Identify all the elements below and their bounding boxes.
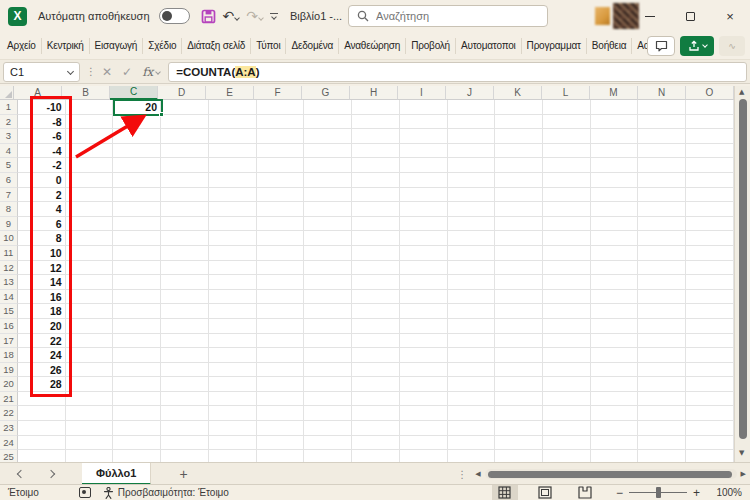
cell-L5[interactable] — [543, 158, 591, 173]
cell-K16[interactable] — [495, 319, 543, 334]
enter-icon[interactable]: ✓ — [122, 65, 132, 79]
cell-H19[interactable] — [352, 363, 400, 378]
cell-D6[interactable] — [161, 173, 209, 188]
cell-I19[interactable] — [400, 363, 448, 378]
row-header-21[interactable]: 21 — [0, 392, 18, 407]
save-icon[interactable] — [201, 9, 216, 24]
cell-J18[interactable] — [448, 348, 496, 363]
cell-H13[interactable] — [352, 275, 400, 290]
cell-N17[interactable] — [638, 334, 686, 349]
cell-N4[interactable] — [638, 144, 686, 159]
cell-E14[interactable] — [209, 290, 257, 305]
cell-H11[interactable] — [352, 246, 400, 261]
ribbon-options-button[interactable]: ∿ — [719, 36, 745, 56]
next-sheet-button[interactable] — [42, 471, 60, 477]
cell-N2[interactable] — [638, 115, 686, 130]
cell-E4[interactable] — [209, 144, 257, 159]
cell-K2[interactable] — [495, 115, 543, 130]
cell-A24[interactable] — [18, 436, 66, 451]
cell-I15[interactable] — [400, 304, 448, 319]
cell-O17[interactable] — [686, 334, 734, 349]
cell-N3[interactable] — [638, 129, 686, 144]
cell-I6[interactable] — [400, 173, 448, 188]
row-header-9[interactable]: 9 — [0, 217, 18, 232]
cell-C8[interactable] — [113, 202, 161, 217]
cell-D9[interactable] — [161, 217, 209, 232]
cell-H22[interactable] — [352, 406, 400, 421]
ribbon-tab[interactable]: Σχέδιο — [143, 38, 182, 54]
cell-O1[interactable] — [686, 100, 734, 115]
cell-N18[interactable] — [638, 348, 686, 363]
cell-C14[interactable] — [113, 290, 161, 305]
cell-K12[interactable] — [495, 261, 543, 276]
cell-H9[interactable] — [352, 217, 400, 232]
maximize-button[interactable] — [670, 0, 710, 32]
cell-L8[interactable] — [543, 202, 591, 217]
cell-N19[interactable] — [638, 363, 686, 378]
cell-B8[interactable] — [66, 202, 114, 217]
cell-E25[interactable] — [209, 450, 257, 462]
cell-E13[interactable] — [209, 275, 257, 290]
column-header-N[interactable]: N — [638, 86, 686, 100]
cell-I16[interactable] — [400, 319, 448, 334]
cell-H21[interactable] — [352, 392, 400, 407]
column-header-J[interactable]: J — [446, 86, 494, 100]
redo-button[interactable]: ↷ — [246, 9, 263, 23]
cell-J17[interactable] — [448, 334, 496, 349]
cell-E16[interactable] — [209, 319, 257, 334]
cell-K10[interactable] — [495, 231, 543, 246]
cell-G2[interactable] — [304, 115, 352, 130]
ribbon-tab[interactable]: Αναθεώρηση — [339, 38, 406, 54]
cell-M12[interactable] — [591, 261, 639, 276]
cell-K3[interactable] — [495, 129, 543, 144]
cell-D20[interactable] — [161, 377, 209, 392]
cell-N15[interactable] — [638, 304, 686, 319]
select-all-corner[interactable] — [0, 86, 14, 100]
row-header-20[interactable]: 20 — [0, 377, 18, 392]
cell-D13[interactable] — [161, 275, 209, 290]
cell-K8[interactable] — [495, 202, 543, 217]
zoom-slider[interactable] — [629, 492, 687, 493]
column-header-K[interactable]: K — [494, 86, 542, 100]
cell-M4[interactable] — [591, 144, 639, 159]
ribbon-tab[interactable]: Αρχείο — [2, 38, 42, 54]
cell-F20[interactable] — [257, 377, 305, 392]
cell-O19[interactable] — [686, 363, 734, 378]
cell-C4[interactable] — [113, 144, 161, 159]
row-header-5[interactable]: 5 — [0, 158, 18, 173]
new-sheet-button[interactable]: + — [179, 466, 187, 482]
cell-O2[interactable] — [686, 115, 734, 130]
cell-H5[interactable] — [352, 158, 400, 173]
cell-E7[interactable] — [209, 188, 257, 203]
cell-I14[interactable] — [400, 290, 448, 305]
ribbon-tab[interactable]: Αυτοματοποι — [456, 38, 522, 54]
cell-O23[interactable] — [686, 421, 734, 436]
cell-F1[interactable] — [257, 100, 305, 115]
cell-J3[interactable] — [448, 129, 496, 144]
cell-O16[interactable] — [686, 319, 734, 334]
column-header-C[interactable]: C — [110, 86, 158, 100]
cell-J19[interactable] — [448, 363, 496, 378]
cell-J25[interactable] — [448, 450, 496, 462]
cell-N11[interactable] — [638, 246, 686, 261]
row-header-6[interactable]: 6 — [0, 173, 18, 188]
cell-G1[interactable] — [304, 100, 352, 115]
cell-F21[interactable] — [257, 392, 305, 407]
cell-N22[interactable] — [638, 406, 686, 421]
cell-H18[interactable] — [352, 348, 400, 363]
cell-M17[interactable] — [591, 334, 639, 349]
cell-E2[interactable] — [209, 115, 257, 130]
cell-C23[interactable] — [113, 421, 161, 436]
cell-I23[interactable] — [400, 421, 448, 436]
cell-O8[interactable] — [686, 202, 734, 217]
cell-G23[interactable] — [304, 421, 352, 436]
cell-D4[interactable] — [161, 144, 209, 159]
cell-O15[interactable] — [686, 304, 734, 319]
cell-N12[interactable] — [638, 261, 686, 276]
cell-M24[interactable] — [591, 436, 639, 451]
row-header-1[interactable]: 1 — [0, 100, 18, 115]
cell-O21[interactable] — [686, 392, 734, 407]
cell-B21[interactable] — [66, 392, 114, 407]
cell-C19[interactable] — [113, 363, 161, 378]
cell-M3[interactable] — [591, 129, 639, 144]
